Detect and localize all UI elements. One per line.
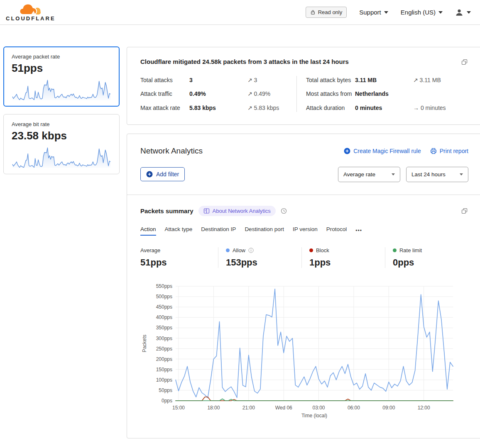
svg-text:550pps: 550pps bbox=[156, 283, 172, 289]
chevron-down-icon bbox=[438, 11, 443, 14]
legend-stats-row: Average 51pps Allow bbox=[140, 247, 468, 268]
svg-text:300pps: 300pps bbox=[156, 335, 172, 341]
legend-dot-allow bbox=[226, 248, 230, 252]
metrics-sidebar: Average packet rate 51pps Average bit ra… bbox=[3, 46, 120, 182]
plus-circle-icon bbox=[146, 171, 153, 178]
svg-text:50pps: 50pps bbox=[159, 387, 172, 393]
page-title: Network Analytics bbox=[140, 146, 203, 156]
svg-text:400pps: 400pps bbox=[156, 314, 172, 320]
svg-text:Wed 06: Wed 06 bbox=[275, 405, 292, 411]
metric-title: Average bit rate bbox=[12, 121, 111, 127]
clock-icon bbox=[281, 208, 287, 214]
metric-card-packet-rate[interactable]: Average packet rate 51pps bbox=[3, 46, 120, 107]
attack-summary-card: Cloudflare mitigated 24.58k packets from… bbox=[127, 47, 480, 125]
packet-rate-sparkline bbox=[12, 78, 111, 102]
metric-select[interactable]: Average rate bbox=[338, 167, 400, 182]
tab-attack-type[interactable]: Attack type bbox=[165, 226, 193, 236]
language-menu[interactable]: English (US) bbox=[401, 9, 443, 16]
tab-action[interactable]: Action bbox=[140, 226, 156, 236]
summary-row: Total attacks 3 ↗ 3 bbox=[140, 76, 296, 84]
trend-up-value: ↗ 0.49% bbox=[247, 90, 296, 98]
read-only-label: Read only bbox=[318, 9, 343, 15]
copy-icon[interactable] bbox=[460, 207, 468, 215]
info-icon[interactable] bbox=[248, 248, 254, 253]
packets-time-series-chart[interactable]: 0pps50pps100pps150pps200pps250pps300pps3… bbox=[140, 280, 464, 421]
bit-rate-sparkline bbox=[12, 146, 111, 170]
book-icon bbox=[203, 208, 210, 214]
svg-text:350pps: 350pps bbox=[156, 325, 172, 331]
section-title: Packets summary bbox=[140, 207, 193, 214]
svg-text:0pps: 0pps bbox=[162, 398, 172, 404]
summary-row: Most attacks from Netherlands bbox=[306, 90, 468, 98]
time-range-select[interactable]: Last 24 hours bbox=[406, 167, 468, 182]
svg-text:Packets: Packets bbox=[142, 335, 147, 353]
metric-title: Average packet rate bbox=[12, 54, 111, 60]
trend-up-value: ↗ 3.11 MB bbox=[413, 76, 468, 84]
summary-title: Cloudflare mitigated 24.58k packets from… bbox=[140, 58, 349, 65]
stat-block: Block 1pps bbox=[301, 247, 385, 268]
chevron-down-icon bbox=[384, 11, 388, 14]
trend-flat-value: → 0 minutes bbox=[413, 104, 468, 112]
svg-text:Time (local): Time (local) bbox=[301, 413, 327, 419]
chevron-down-icon bbox=[392, 173, 395, 175]
summary-row: Attack duration 0 minutes → 0 minutes bbox=[306, 104, 468, 112]
network-analytics-card: Network Analytics Create Magic Firewall … bbox=[127, 134, 480, 438]
metric-card-bit-rate[interactable]: Average bit rate 23.58 kbps bbox=[3, 114, 120, 174]
tab-protocol[interactable]: Protocol bbox=[326, 226, 347, 236]
about-network-analytics-badge[interactable]: About Network Analytics bbox=[198, 206, 276, 216]
svg-text:21:00: 21:00 bbox=[242, 405, 255, 411]
add-filter-button[interactable]: Add filter bbox=[140, 167, 185, 181]
svg-text:250pps: 250pps bbox=[156, 346, 172, 351]
svg-text:450pps: 450pps bbox=[156, 304, 172, 310]
cloudflare-logo[interactable]: CLOUDFLARE bbox=[6, 3, 56, 22]
svg-text:500pps: 500pps bbox=[156, 294, 172, 299]
top-nav: CLOUDFLARE Read only Support English (US… bbox=[0, 0, 480, 25]
chevron-down-icon bbox=[467, 11, 471, 14]
more-tabs-icon[interactable]: ••• bbox=[355, 228, 362, 234]
breakdown-tabs: Action Attack type Destination IP Destin… bbox=[140, 226, 468, 236]
main-content: Cloudflare mitigated 24.58k packets from… bbox=[127, 47, 480, 438]
metric-value: 51pps bbox=[12, 62, 111, 75]
trend-up-value: ↗ 5.83 kbps bbox=[247, 104, 296, 112]
user-icon bbox=[455, 8, 463, 17]
tab-destination-port[interactable]: Destination port bbox=[245, 226, 284, 236]
svg-text:18:00: 18:00 bbox=[207, 405, 220, 411]
metric-value: 23.58 kbps bbox=[12, 129, 111, 142]
lock-icon bbox=[310, 10, 316, 15]
summary-right-column: Total attack bytes 3.11 MB ↗ 3.11 MB Mos… bbox=[296, 76, 468, 112]
summary-left-column: Total attacks 3 ↗ 3 Attack traffic 0.49%… bbox=[140, 76, 296, 112]
summary-row: Max attack rate 5.83 kbps ↗ 5.83 kbps bbox=[140, 104, 296, 112]
tab-ip-version[interactable]: IP version bbox=[293, 226, 318, 236]
trend-up-value: ↗ 3 bbox=[247, 76, 296, 84]
chevron-down-icon bbox=[460, 173, 463, 175]
tab-destination-ip[interactable]: Destination IP bbox=[201, 226, 236, 236]
svg-text:15:00: 15:00 bbox=[172, 405, 185, 411]
stat-average: Average 51pps bbox=[140, 247, 218, 268]
svg-text:03:00: 03:00 bbox=[312, 405, 325, 411]
cloudflare-wordmark: CLOUDFLARE bbox=[6, 15, 56, 22]
svg-text:09:00: 09:00 bbox=[382, 405, 395, 411]
svg-text:06:00: 06:00 bbox=[348, 405, 360, 411]
plus-circle-icon bbox=[344, 148, 350, 154]
legend-dot-block bbox=[309, 248, 313, 252]
stat-rate-limit: Rate limit 0pps bbox=[385, 247, 468, 268]
cloudflare-cloud-icon bbox=[19, 3, 42, 16]
svg-text:100pps: 100pps bbox=[156, 377, 172, 383]
user-menu[interactable] bbox=[455, 8, 471, 17]
summary-row: Attack traffic 0.49% ↗ 0.49% bbox=[140, 90, 296, 98]
network-analytics-header-section: Network Analytics Create Magic Firewall … bbox=[127, 134, 480, 195]
read-only-badge: Read only bbox=[306, 7, 347, 18]
support-menu[interactable]: Support bbox=[359, 9, 388, 16]
summary-row: Total attack bytes 3.11 MB ↗ 3.11 MB bbox=[306, 76, 468, 84]
print-report-link[interactable]: Print report bbox=[430, 148, 468, 154]
svg-text:150pps: 150pps bbox=[156, 367, 172, 373]
copy-icon[interactable] bbox=[460, 58, 468, 66]
legend-dot-rate-limit bbox=[393, 248, 397, 252]
create-magic-firewall-rule-link[interactable]: Create Magic Firewall rule bbox=[344, 148, 421, 154]
stat-allow: Allow 153pps bbox=[218, 247, 301, 268]
svg-text:12:00: 12:00 bbox=[418, 405, 430, 411]
packets-summary-section: Packets summary About Network Analytics bbox=[127, 195, 480, 438]
svg-text:200pps: 200pps bbox=[156, 356, 172, 362]
printer-icon bbox=[430, 148, 437, 154]
